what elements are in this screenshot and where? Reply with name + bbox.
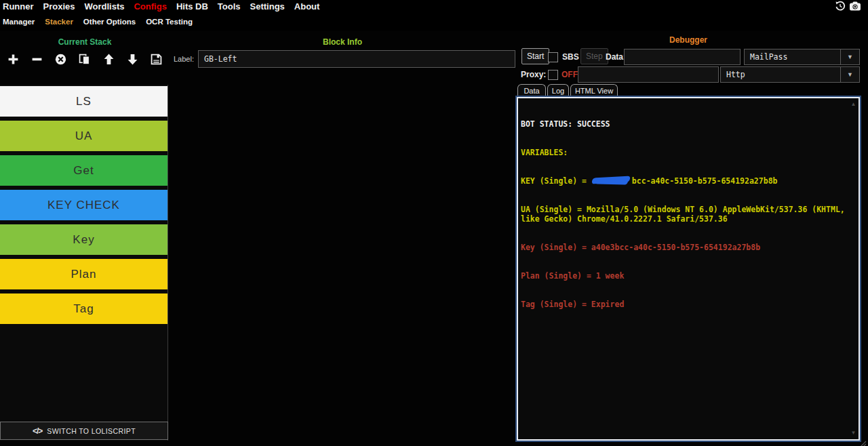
proxy-caption: Proxy: bbox=[521, 70, 546, 79]
main-menu-bar: Runner Proxies Wordlists Configs Hits DB… bbox=[0, 0, 868, 13]
stack-toolbar bbox=[0, 50, 170, 68]
stack-block-key[interactable]: Key bbox=[0, 224, 167, 255]
chevron-down-icon[interactable]: ▼ bbox=[840, 67, 859, 82]
stack-block-ua[interactable]: UA bbox=[0, 121, 167, 151]
menu-item-wordlists[interactable]: Wordlists bbox=[84, 1, 124, 12]
proxy-status-label: OFF bbox=[561, 70, 578, 79]
submenu-item-ocr-testing[interactable]: OCR Testing bbox=[146, 18, 193, 26]
step-button[interactable]: Step bbox=[580, 48, 608, 64]
switch-to-loliscript-button[interactable]: </> SWITCH TO LOLISCRIPT bbox=[0, 422, 168, 440]
block-info-title: Block Info bbox=[171, 37, 514, 47]
block-stack-panel: LS UA Get KEY CHECK Key Plan Tag bbox=[0, 85, 168, 441]
tab-html-view[interactable]: HTML View bbox=[570, 84, 618, 97]
variable-line-plan: Plan (Single) = 1 week bbox=[521, 271, 853, 281]
key-line-prefix: KEY (Single) = bbox=[521, 176, 591, 186]
stack-block-plan[interactable]: Plan bbox=[0, 259, 167, 289]
menu-item-about[interactable]: About bbox=[294, 1, 320, 12]
menu-item-runner[interactable]: Runner bbox=[3, 1, 34, 12]
variable-line-tag: Tag (Single) = Expired bbox=[521, 300, 853, 309]
stack-block-get[interactable]: Get bbox=[0, 155, 167, 186]
current-stack-title: Current Stack bbox=[0, 37, 170, 47]
stack-block-keycheck[interactable]: KEY CHECK bbox=[0, 190, 167, 220]
resize-grip-icon[interactable] bbox=[860, 438, 867, 445]
debugger-proxy-input[interactable] bbox=[578, 66, 719, 83]
openbullet-window: { "menu": { "items": ["Runner", "Proxies… bbox=[0, 0, 868, 446]
submenu-item-stacker[interactable]: Stacker bbox=[45, 18, 73, 26]
block-label-row: Label: bbox=[171, 49, 515, 68]
configs-sub-menu: Manager Stacker Other Options OCR Testin… bbox=[0, 13, 868, 31]
variable-line-key: KEY (Single) = bcc-a40c-5150-b575-654192… bbox=[521, 176, 853, 186]
data-caption: Data: bbox=[606, 52, 626, 62]
titlebar-icons bbox=[835, 1, 861, 12]
move-up-icon[interactable] bbox=[100, 52, 117, 66]
variable-line-ua: UA (Single) = Mozilla/5.0 (Windows NT 6.… bbox=[521, 205, 853, 224]
menu-item-tools[interactable]: Tools bbox=[218, 1, 241, 12]
start-button[interactable]: Start bbox=[521, 48, 549, 64]
debugger-title: Debugger bbox=[517, 35, 860, 45]
code-icon: </> bbox=[33, 426, 42, 436]
move-down-icon[interactable] bbox=[124, 52, 142, 66]
tab-data[interactable]: Data bbox=[517, 84, 546, 97]
key-line-value: bcc-a40c-5150-b575-654192a27b8b bbox=[632, 176, 778, 186]
variable-line-key-parsed: Key (Single) = a40e3bcc-a40c-5150-b575-6… bbox=[521, 243, 853, 252]
add-block-icon[interactable] bbox=[4, 52, 22, 66]
submenu-item-other-options[interactable]: Other Options bbox=[83, 18, 136, 26]
menu-item-proxies[interactable]: Proxies bbox=[43, 1, 75, 12]
proxy-type-value: Http bbox=[721, 70, 840, 79]
console-output: BOT STATUS: SUCCESS VARIABLES: KEY (Sing… bbox=[521, 100, 853, 328]
menu-item-settings[interactable]: Settings bbox=[250, 1, 285, 12]
console-scrollbar[interactable]: ▲ ▼ bbox=[848, 98, 859, 439]
wordlist-type-value: MailPass bbox=[745, 52, 840, 62]
clone-block-icon[interactable] bbox=[76, 52, 94, 66]
switch-button-label: SWITCH TO LOLISCRIPT bbox=[47, 427, 136, 435]
tab-log[interactable]: Log bbox=[547, 84, 569, 97]
label-caption: Label: bbox=[174, 55, 194, 63]
menu-item-hitsdb[interactable]: Hits DB bbox=[176, 1, 208, 12]
wordlist-type-combo[interactable]: MailPass ▼ bbox=[744, 49, 860, 65]
menu-item-configs[interactable]: Configs bbox=[134, 1, 166, 12]
submenu-item-manager[interactable]: Manager bbox=[3, 18, 35, 26]
stack-block-ls[interactable]: LS bbox=[0, 86, 167, 117]
bot-status-line: BOT STATUS: SUCCESS bbox=[521, 119, 853, 129]
clear-stack-icon[interactable] bbox=[52, 52, 70, 66]
history-icon[interactable] bbox=[835, 1, 846, 12]
debugger-data-input[interactable] bbox=[624, 49, 741, 65]
scroll-up-icon[interactable]: ▲ bbox=[851, 102, 856, 107]
screenshot-camera-icon[interactable] bbox=[849, 1, 861, 12]
chevron-down-icon[interactable]: ▼ bbox=[840, 49, 859, 64]
scroll-down-icon[interactable]: ▼ bbox=[851, 430, 856, 436]
proxy-checkbox[interactable] bbox=[548, 70, 558, 80]
save-icon[interactable] bbox=[148, 52, 165, 66]
block-label-input[interactable] bbox=[198, 50, 515, 68]
sbs-label: SBS bbox=[562, 52, 579, 62]
sbs-checkbox[interactable] bbox=[548, 52, 558, 62]
redaction-scribble bbox=[591, 176, 631, 184]
debugger-console[interactable]: BOT STATUS: SUCCESS VARIABLES: KEY (Sing… bbox=[517, 97, 860, 441]
remove-block-icon[interactable] bbox=[28, 52, 45, 66]
stack-block-tag[interactable]: Tag bbox=[0, 293, 167, 324]
proxy-type-combo[interactable]: Http ▼ bbox=[720, 66, 860, 83]
variables-header-line: VARIABLES: bbox=[521, 148, 853, 157]
